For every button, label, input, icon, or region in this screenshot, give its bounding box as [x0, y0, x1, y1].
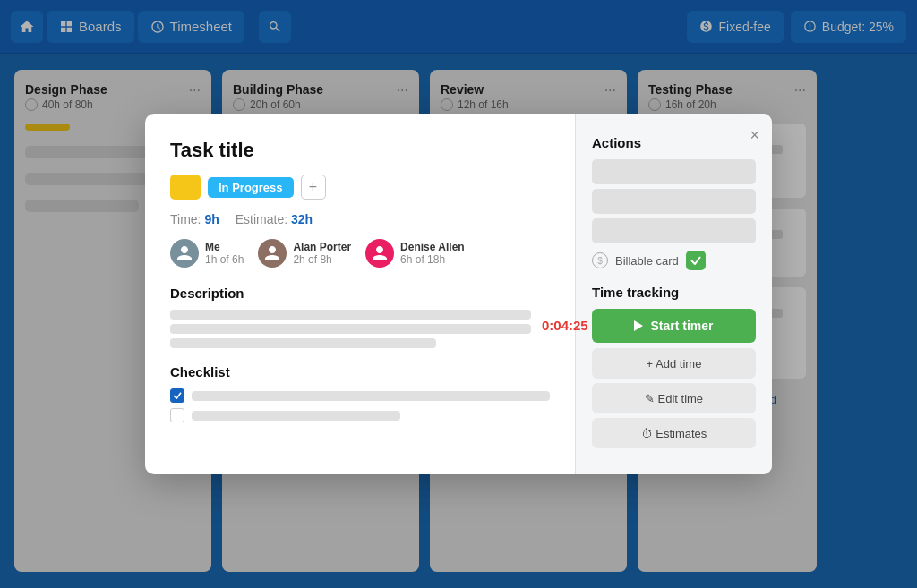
avatar-alan: [258, 239, 287, 268]
checkbox-1[interactable]: [170, 388, 184, 403]
actions-title: Actions: [592, 135, 756, 150]
timer-display: 0:04:25: [542, 318, 588, 333]
edit-time-button[interactable]: ✎ Edit time: [592, 383, 756, 413]
assignee-alan: Alan Porter 2h of 8h: [258, 239, 351, 268]
add-tag-button[interactable]: +: [301, 175, 326, 200]
billable-icon: $: [592, 252, 608, 268]
assignees-row: Me 1h of 6h Alan Porter 2h of 8h: [170, 239, 550, 268]
avatar-me: [170, 239, 199, 268]
add-time-button[interactable]: + Add time: [592, 348, 756, 379]
desc-line: [170, 324, 531, 334]
billable-row: $ Billable card: [592, 251, 756, 270]
assignee-hours: 6h of 18h: [400, 253, 465, 266]
assignee-denise: Denise Allen 6h of 18h: [365, 239, 465, 268]
desc-line: [170, 310, 531, 320]
action-placeholder: [592, 189, 756, 214]
checklist-title: Checklist: [170, 364, 550, 379]
action-placeholder: [592, 159, 756, 184]
assignee-me: Me 1h of 6h: [170, 239, 244, 268]
play-icon: [634, 320, 643, 331]
check-item-2: [170, 408, 550, 422]
check-line: [192, 391, 550, 401]
description-title: Description: [170, 285, 550, 301]
checkbox-2[interactable]: [170, 408, 184, 422]
billable-check[interactable]: [686, 251, 706, 270]
estimates-button[interactable]: ⏱ Estimates: [592, 418, 756, 448]
assignee-hours: 1h of 6h: [205, 253, 244, 266]
start-timer-button[interactable]: Start timer: [592, 309, 756, 343]
modal-overlay: × Task title In Progress + Time: 9h Esti…: [0, 0, 917, 588]
action-placeholder: [592, 218, 756, 243]
task-title: Task title: [170, 139, 550, 162]
modal-left-panel: Task title In Progress + Time: 9h Estima…: [145, 114, 575, 474]
time-row: Time: 9h Estimate: 32h: [170, 212, 550, 226]
tag-row: In Progress +: [170, 175, 550, 200]
check-item-1: [170, 388, 550, 403]
time-tracking-title: Time tracking: [592, 285, 756, 300]
check-line: [192, 411, 400, 421]
desc-line: [170, 338, 436, 348]
status-badge[interactable]: In Progress: [208, 177, 294, 198]
modal-close-button[interactable]: ×: [750, 126, 759, 145]
modal-right-panel: Actions $ Billable card Time tracking St…: [575, 114, 772, 474]
avatar-denise: [365, 239, 394, 268]
billable-label: Billable card: [615, 254, 679, 268]
assignee-hours: 2h of 8h: [293, 253, 351, 266]
assignee-name: Me: [205, 241, 244, 253]
color-tag[interactable]: [170, 175, 201, 200]
task-modal: × Task title In Progress + Time: 9h Esti…: [145, 114, 772, 474]
assignee-name: Denise Allen: [400, 241, 465, 253]
assignee-name: Alan Porter: [293, 241, 351, 253]
